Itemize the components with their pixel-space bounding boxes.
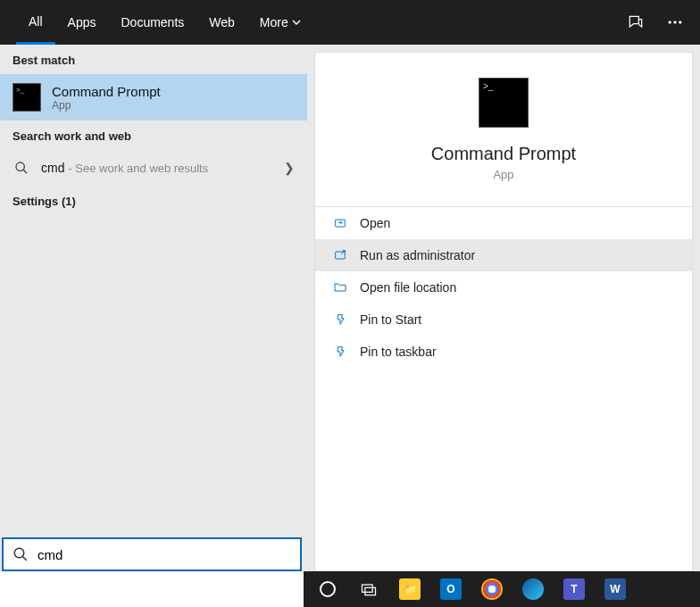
svg-point-2 <box>679 21 682 24</box>
svg-point-7 <box>14 548 24 558</box>
action-run-as-administrator[interactable]: Run as administrator <box>315 239 692 271</box>
section-settings[interactable]: Settings (1) <box>0 186 307 215</box>
details-title: Command Prompt <box>431 144 576 164</box>
result-title: Command Prompt <box>52 84 161 99</box>
web-search-term: cmd <box>41 161 64 175</box>
chevron-right-icon: ❯ <box>284 161 295 175</box>
pin-icon <box>333 345 347 359</box>
options-icon[interactable] <box>666 13 684 31</box>
section-search-web: Search work and web <box>0 121 307 150</box>
taskbar-chrome[interactable] <box>473 575 511 603</box>
tab-apps[interactable]: Apps <box>55 0 109 45</box>
open-icon <box>333 216 347 230</box>
result-web-search[interactable]: cmd - See work and web results ❯ <box>0 150 307 186</box>
details-type: App <box>493 168 513 181</box>
svg-point-0 <box>669 21 671 24</box>
tab-more[interactable]: More <box>247 0 313 45</box>
svg-rect-5 <box>336 220 346 227</box>
task-view-icon <box>360 580 378 598</box>
result-command-prompt[interactable]: Command Prompt App <box>0 74 307 121</box>
action-open[interactable]: Open <box>315 207 692 239</box>
tab-web[interactable]: Web <box>196 0 247 45</box>
chevron-down-icon <box>292 18 301 27</box>
taskbar-teams[interactable]: T <box>555 575 593 603</box>
taskbar-task-view[interactable] <box>350 575 388 603</box>
feedback-icon[interactable] <box>627 13 645 31</box>
folder-icon <box>333 280 347 295</box>
tab-documents[interactable]: Documents <box>108 0 196 45</box>
search-icon <box>12 546 29 562</box>
svg-line-8 <box>22 556 27 561</box>
taskbar-word[interactable]: W <box>596 575 634 603</box>
taskbar-cortana[interactable] <box>309 575 346 603</box>
svg-rect-10 <box>365 587 376 595</box>
action-open-file-location[interactable]: Open file location <box>315 271 692 304</box>
command-prompt-icon <box>479 78 529 128</box>
search-box[interactable] <box>2 537 302 571</box>
shield-icon <box>333 248 347 262</box>
details-panel: Command Prompt App Open Run as administr… <box>314 52 693 571</box>
result-subtitle: App <box>52 99 161 112</box>
svg-point-3 <box>16 162 24 170</box>
taskbar-edge[interactable] <box>514 575 552 603</box>
command-prompt-icon <box>12 83 41 112</box>
section-best-match: Best match <box>0 45 307 74</box>
svg-point-1 <box>674 21 677 24</box>
svg-rect-9 <box>362 585 373 592</box>
search-icon <box>12 159 30 177</box>
action-pin-to-start[interactable]: Pin to Start <box>315 304 692 336</box>
search-filter-bar: All Apps Documents Web More <box>0 0 700 45</box>
pin-icon <box>333 312 347 327</box>
svg-line-4 <box>23 170 27 173</box>
tab-all[interactable]: All <box>16 0 55 45</box>
taskbar-file-explorer[interactable]: 📁 <box>391 575 429 603</box>
taskbar: 📁 O T W <box>304 571 700 607</box>
web-search-hint: - See work and web results <box>68 162 208 175</box>
search-input[interactable] <box>38 547 291 562</box>
results-panel: Best match Command Prompt App Search wor… <box>0 45 307 571</box>
action-pin-to-taskbar[interactable]: Pin to taskbar <box>315 336 692 368</box>
taskbar-outlook[interactable]: O <box>432 575 470 603</box>
svg-rect-6 <box>336 252 346 259</box>
